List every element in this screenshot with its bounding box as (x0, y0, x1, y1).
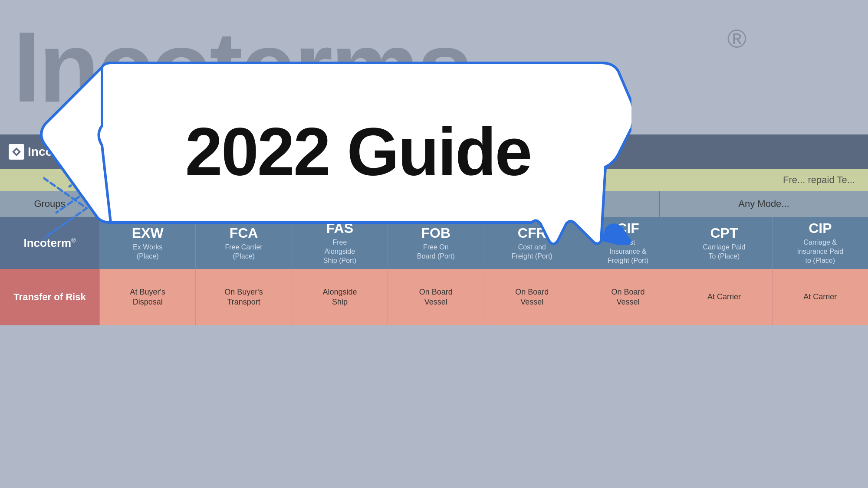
incoterm-name-cfr: Cost andFreight (Port) (512, 243, 552, 261)
freight-text: Fre... repaid Te... (783, 174, 855, 186)
risk-label-text: Transfer of Risk (11, 289, 88, 305)
risk-col-cif: On BoardVessel (580, 269, 676, 325)
risk-col-fca: On Buyer'sTransport (196, 269, 292, 325)
risk-text-fca: On Buyer'sTransport (224, 287, 263, 308)
risk-text-cip: At Carrier (803, 292, 837, 302)
banner-container: 2022 Guide (24, 59, 631, 245)
groups-anymode-text: Any Mode... (738, 198, 789, 210)
risk-text-fob: On BoardVessel (419, 287, 453, 308)
incoterm-name-cip: Carriage &Insurance Paidto (Place) (797, 238, 843, 265)
risk-text-exw: At Buyer'sDisposal (130, 287, 165, 308)
incoterm-name-cpt: Carriage PaidTo (Place) (703, 243, 746, 261)
incoterm-code-cip: CIP (809, 220, 832, 236)
risk-col-fas: AlongsideShip (292, 269, 388, 325)
incoterm-col-cip: CIP Carriage &Insurance Paidto (Place) (773, 217, 868, 269)
risk-col-exw: At Buyer'sDisposal (100, 269, 196, 325)
risk-text-fas: AlongsideShip (322, 287, 357, 308)
background-registered: ® (727, 24, 746, 54)
risk-row: Transfer of Risk At Buyer'sDisposal On B… (0, 269, 868, 325)
risk-text-cfr: On BoardVessel (515, 287, 549, 308)
banner-text: 2022 Guide (185, 113, 531, 190)
risk-label-cell: Transfer of Risk (0, 269, 100, 325)
risk-col-cpt: At Carrier (676, 269, 772, 325)
risk-text-cif: On BoardVessel (612, 287, 645, 308)
risk-col-cfr: On BoardVessel (484, 269, 580, 325)
risk-text-cpt: At Carrier (707, 292, 741, 302)
incoterm-col-cpt: CPT Carriage PaidTo (Place) (676, 217, 772, 269)
risk-col-cip: At Carrier (773, 269, 868, 325)
groups-anymode-cell: Any Mode... (660, 191, 868, 217)
inco-logo-icon (9, 144, 24, 160)
risk-col-fob: On BoardVessel (388, 269, 484, 325)
incoterm-name-fca: Free Carrier(Place) (225, 243, 262, 261)
incoterm-code-cpt: CPT (710, 225, 738, 241)
incoterm-name-fob: Free OnBoard (Port) (417, 243, 455, 261)
